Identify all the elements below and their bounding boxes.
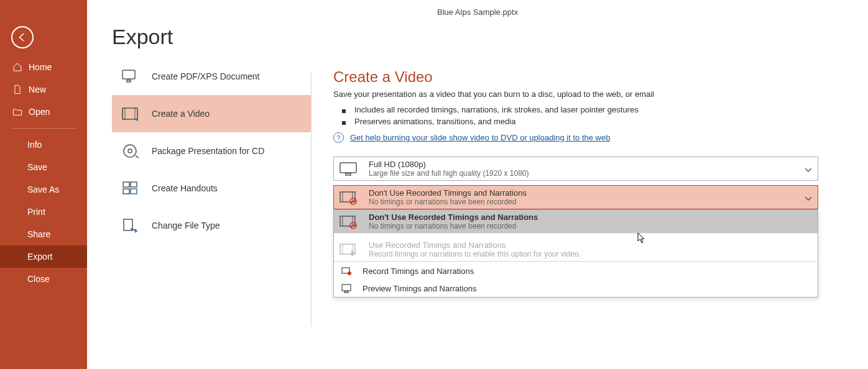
nav-open[interactable]: Open <box>0 101 87 123</box>
nav-label: Share <box>27 229 50 239</box>
svg-rect-29 <box>342 285 351 291</box>
export-option-handouts[interactable]: Create Handouts <box>112 170 311 207</box>
svg-rect-8 <box>131 182 137 187</box>
record-icon <box>340 266 353 276</box>
svg-rect-30 <box>344 291 348 293</box>
export-option-label: Create Handouts <box>152 183 218 193</box>
nav-print[interactable]: Print <box>0 201 87 223</box>
svg-rect-13 <box>346 173 351 175</box>
nav-divider <box>11 128 76 129</box>
back-button[interactable] <box>11 26 34 48</box>
home-icon <box>12 62 22 72</box>
video-icon <box>121 105 141 122</box>
export-option-label: Create a Video <box>152 109 210 119</box>
nav-label: Save <box>27 162 47 172</box>
bullet-item: Preserves animations, transitions, and m… <box>333 116 818 127</box>
detail-panel: Create a Video Save your presentation as… <box>333 12 843 369</box>
nav-home[interactable]: Home <box>0 56 87 78</box>
nav-label: New <box>29 84 46 94</box>
export-option-label: Package Presentation for CD <box>152 146 264 156</box>
filmstrip-audio-icon <box>338 242 360 258</box>
option-desc: Record timings or narrations to enable t… <box>369 250 811 258</box>
timings-desc: No timings or narrations have been recor… <box>369 198 811 206</box>
svg-rect-12 <box>340 163 356 173</box>
preview-timings-action[interactable]: Preview Timings and Narrations <box>334 280 818 297</box>
chevron-down-icon <box>805 163 811 175</box>
column-divider <box>311 72 312 327</box>
nav-export[interactable]: Export <box>0 245 87 268</box>
cd-icon <box>121 142 141 160</box>
nav-share[interactable]: Share <box>0 223 87 245</box>
handouts-icon <box>121 180 141 197</box>
svg-point-6 <box>128 149 132 153</box>
quality-desc: Large file size and full high quality (1… <box>369 169 811 178</box>
nav-new[interactable]: New <box>0 78 87 101</box>
nav-close[interactable]: Close <box>0 268 87 290</box>
folder-open-icon <box>12 107 22 117</box>
bullet-item: Includes all recorded timings, narration… <box>333 104 818 116</box>
option-title: Don't Use Recorded Timings and Narration… <box>369 212 811 222</box>
svg-rect-9 <box>123 189 129 194</box>
nav-label: Open <box>29 107 50 117</box>
timings-option-dont-use[interactable]: Don't Use Recorded Timings and Narration… <box>334 210 818 234</box>
filetype-icon <box>121 217 141 234</box>
help-row: ? Get help burning your slide show video… <box>333 132 818 143</box>
arrow-left-icon <box>17 32 28 43</box>
backstage-sidebar: Home New Open Info Save Save As Print Sh… <box>0 0 87 369</box>
nav-save[interactable]: Save <box>0 156 87 178</box>
timings-title: Don't Use Recorded Timings and Narration… <box>369 188 811 198</box>
export-option-label: Create PDF/XPS Document <box>152 71 260 81</box>
export-option-label: Change File Type <box>152 221 219 230</box>
file-icon <box>12 84 22 94</box>
export-option-video[interactable]: Create a Video <box>112 95 311 132</box>
nav-info[interactable]: Info <box>0 134 87 156</box>
option-title: Use Recorded Timings and Narrations <box>369 240 811 250</box>
filmstrip-no-icon <box>338 214 360 230</box>
main-content: Blue Alps Sample.pptx Export Create PDF/… <box>87 0 868 369</box>
bullet-text: Includes all recorded timings, narration… <box>354 105 639 114</box>
nav-label: Info <box>27 140 42 150</box>
option-desc: No timings or narrations have been recor… <box>369 222 811 230</box>
svg-point-28 <box>348 271 351 275</box>
bullet-marker-icon <box>342 121 346 125</box>
nav-label: Home <box>29 62 52 72</box>
action-label: Preview Timings and Narrations <box>362 284 477 293</box>
svg-rect-0 <box>122 70 135 79</box>
nav-label: Close <box>27 274 50 284</box>
monitor-icon <box>338 161 360 177</box>
export-option-cd[interactable]: Package Presentation for CD <box>112 132 311 170</box>
timings-dropdown-popup: Don't Use Recorded Timings and Narration… <box>333 209 818 298</box>
detail-title: Create a Video <box>333 68 818 86</box>
export-option-filetype[interactable]: Change File Type <box>112 207 311 244</box>
record-timings-action[interactable]: Record Timings and Narrations <box>334 262 818 280</box>
detail-bullets: Includes all recorded timings, narration… <box>333 104 818 127</box>
svg-rect-10 <box>131 189 137 194</box>
action-label: Record Timings and Narrations <box>362 266 474 276</box>
nav-label: Export <box>27 252 52 262</box>
nav-label: Print <box>27 207 45 217</box>
svg-rect-1 <box>127 80 131 82</box>
timings-dropdown[interactable]: Don't Use Recorded Timings and Narration… <box>333 185 818 209</box>
bullet-marker-icon <box>342 109 346 113</box>
export-option-pdf[interactable]: Create PDF/XPS Document <box>112 58 311 95</box>
svg-rect-7 <box>123 182 129 187</box>
svg-point-5 <box>124 145 136 157</box>
export-options-column: Export Create PDF/XPS Document Create a … <box>112 12 311 369</box>
detail-subtitle: Save your presentation as a video that y… <box>333 89 818 99</box>
page-title: Export <box>112 25 311 49</box>
preview-icon <box>340 283 353 293</box>
quality-title: Full HD (1080p) <box>369 160 811 169</box>
bullet-text: Preserves animations, transitions, and m… <box>354 117 515 126</box>
help-icon: ? <box>333 132 344 143</box>
help-link[interactable]: Get help burning your slide show video t… <box>350 133 610 142</box>
filmstrip-no-icon <box>338 189 360 206</box>
nav-label: Save As <box>27 184 59 194</box>
pdf-icon <box>121 68 141 85</box>
timings-option-use: Use Recorded Timings and Narrations Reco… <box>334 238 818 262</box>
chevron-down-icon <box>805 192 811 203</box>
quality-dropdown[interactable]: Full HD (1080p) Large file size and full… <box>333 157 818 181</box>
nav-saveas[interactable]: Save As <box>0 178 87 201</box>
window-title: Blue Alps Sample.pptx <box>437 7 518 17</box>
